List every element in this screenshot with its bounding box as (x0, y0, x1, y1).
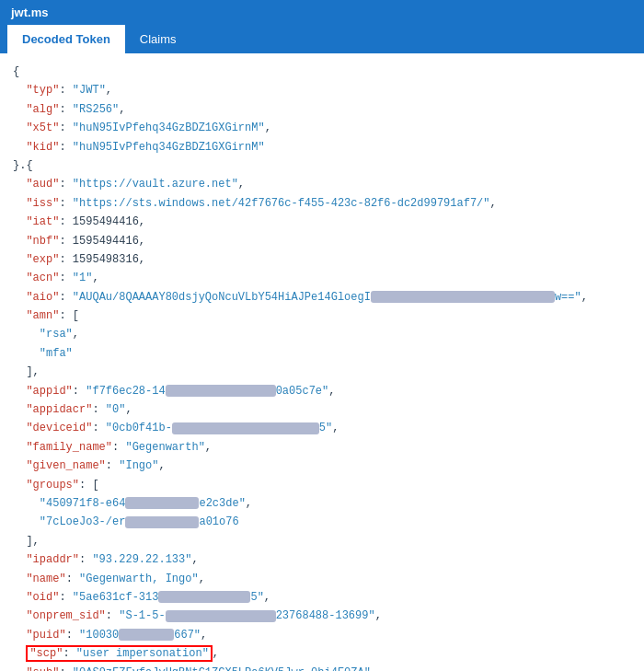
line: "amn": [ (13, 307, 631, 325)
line: "scp": "user impersonation", (13, 644, 631, 663)
line: "groups": [ (13, 476, 631, 494)
line: "onprem_sid": "S-1-5- 23768488-13699", (13, 607, 631, 625)
line: "oid": "5ae631cf-313 5", (13, 588, 631, 607)
line: "typ": "JWT", (13, 81, 631, 99)
line: "sub": "0AS9zFZFvfaJyHqBNtG1ZCX5LPa6KV5J… (13, 664, 631, 672)
line: "7cLoeJo3-/er a01o76 (13, 513, 631, 531)
line: "family_name": "Gegenwarth", (13, 438, 631, 457)
line: "x5t": "huN95IvPfehq34GzBDZ1GXGirnM", (13, 119, 631, 137)
line: ], (13, 532, 631, 550)
line: "alg": "RS256", (13, 100, 631, 119)
line: "nbf": 1595494416, (13, 232, 631, 250)
line: "appidacr": "0", (13, 400, 631, 419)
line: "acn": "1", (13, 269, 631, 287)
line: "450971f8-e64 e2c3de", (13, 494, 631, 513)
line: "aud": "https://vault.azure.net", (13, 175, 631, 193)
content-area: { "typ": "JWT", "alg": "RS256", "x5t": "… (0, 53, 644, 671)
tab-decoded[interactable]: Decoded Token (7, 25, 125, 53)
line: "iss": "https://sts.windows.net/42f7676c… (13, 194, 631, 213)
line: "rsa", (13, 325, 631, 343)
app-title: jwt.ms (11, 6, 48, 19)
line: "given_name": "Ingo", (13, 457, 631, 475)
line: }.{ (13, 156, 631, 175)
line: "exp": 1595498316, (13, 250, 631, 269)
line: ], (13, 363, 631, 381)
line: "iat": 1595494416, (13, 213, 631, 231)
line: "kid": "huN95IvPfehq34GzBDZ1GXGirnM" (13, 138, 631, 156)
line: "mfa" (13, 344, 631, 363)
title-bar: jwt.ms (0, 0, 644, 25)
line: "name": "Gegenwarth, Ingo", (13, 570, 631, 588)
line: "puid": "10030 667", (13, 626, 631, 644)
line: "appid": "f7f6ec28-14 0a05c7e", (13, 382, 631, 400)
tabs: Decoded Token Claims (0, 25, 644, 53)
line: { (13, 63, 631, 81)
line: "aio": "AUQAu/8QAAAAY80dsjyQoNcuVLbY54Hi… (13, 288, 631, 307)
tab-claims[interactable]: Claims (125, 25, 191, 53)
line: "ipaddr": "93.229.22.133", (13, 550, 631, 569)
line: "deviceid": "0cb0f41b- 5", (13, 419, 631, 437)
